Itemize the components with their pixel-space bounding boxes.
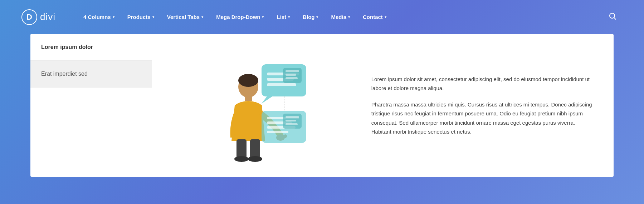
nav-item-products[interactable]: Products ▾ <box>121 10 161 24</box>
svg-rect-17 <box>286 74 296 76</box>
logo-text: divi <box>40 11 55 23</box>
nav-item-mega-dropdown[interactable]: Mega Drop-Down ▾ <box>210 10 270 24</box>
svg-rect-27 <box>286 116 299 118</box>
nav-item-blog[interactable]: Blog ▾ <box>296 10 325 24</box>
nav-item-vertical-tabs[interactable]: Vertical Tabs ▾ <box>161 10 210 24</box>
text-content: Lorem ipsum dolor sit amet, consectetur … <box>353 34 614 177</box>
illustration-area <box>152 34 353 177</box>
svg-marker-19 <box>262 96 272 104</box>
svg-rect-16 <box>286 70 299 72</box>
sidebar-item-erat[interactable]: Erat imperdiet sed <box>30 61 152 88</box>
chevron-down-icon: ▾ <box>152 15 154 19</box>
svg-point-10 <box>248 156 262 162</box>
header: D divi 4 Columns ▾ Products ▾ Vertical T… <box>0 0 644 34</box>
sidebar: Lorem ipsum dolor Erat imperdiet sed <box>30 34 152 177</box>
svg-rect-18 <box>286 77 298 79</box>
svg-point-3 <box>238 74 258 87</box>
main-nav: 4 Columns ▾ Products ▾ Vertical Tabs ▾ M… <box>77 9 623 25</box>
main-content: Lorem ipsum dolor Erat imperdiet sed <box>30 34 614 177</box>
svg-rect-28 <box>286 120 296 121</box>
sidebar-item-lorem[interactable]: Lorem ipsum dolor <box>30 34 152 61</box>
nav-item-contact[interactable]: Contact ▾ <box>356 10 393 24</box>
svg-rect-7 <box>236 139 247 159</box>
svg-rect-8 <box>250 139 260 159</box>
chevron-down-icon: ▾ <box>385 15 386 19</box>
svg-rect-14 <box>267 83 296 86</box>
paragraph-2: Pharetra massa massa ultricies mi quis. … <box>371 100 596 136</box>
svg-rect-25 <box>267 131 288 133</box>
illustration <box>192 48 313 163</box>
nav-item-4columns[interactable]: 4 Columns ▾ <box>77 10 121 24</box>
nav-item-media[interactable]: Media ▾ <box>325 10 356 24</box>
search-icon[interactable] <box>602 9 623 25</box>
paragraph-1: Lorem ipsum dolor sit amet, consectetur … <box>371 75 596 93</box>
chevron-down-icon: ▾ <box>262 15 264 19</box>
chevron-down-icon: ▾ <box>288 15 290 19</box>
logo-icon: D <box>21 9 37 25</box>
chevron-down-icon: ▾ <box>113 15 114 19</box>
svg-rect-29 <box>286 123 298 125</box>
chevron-down-icon: ▾ <box>348 15 350 19</box>
svg-line-1 <box>614 18 616 19</box>
svg-point-9 <box>234 156 249 162</box>
chevron-down-icon: ▾ <box>201 15 203 19</box>
logo[interactable]: D divi <box>21 9 55 25</box>
nav-item-list[interactable]: List ▾ <box>270 10 296 24</box>
svg-rect-4 <box>245 95 252 102</box>
chevron-down-icon: ▾ <box>316 15 318 19</box>
